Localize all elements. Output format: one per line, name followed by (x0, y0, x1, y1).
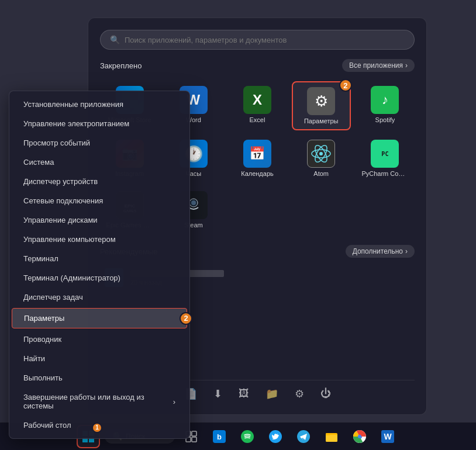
app-calendar[interactable]: 📅 Календарь (227, 135, 287, 182)
excel-label: Excel (250, 116, 265, 123)
bing-button[interactable]: b (208, 425, 231, 448)
svg-rect-19 (192, 431, 196, 436)
chrome-icon (353, 430, 366, 443)
explorer-icon (325, 430, 338, 443)
ctx-task-manager[interactable]: Диспетчер задач (12, 288, 187, 307)
spotify-taskbar-icon (241, 430, 254, 443)
gear-bottom-icon[interactable]: ⚙ (292, 385, 306, 403)
explorer-button[interactable] (320, 425, 343, 448)
search-icon: 🔍 (110, 35, 120, 44)
atom-label: Atom (313, 170, 329, 177)
svg-point-32 (358, 435, 361, 438)
app-excel[interactable]: X Excel (227, 81, 287, 130)
telegram-icon (297, 430, 310, 443)
pycharm-label: PyCharm Community... (361, 170, 408, 177)
folder-icon[interactable]: 📁 (263, 385, 281, 403)
word-taskbar-icon: W (381, 430, 394, 443)
app-pycharm[interactable]: PC PyCharm Community... (356, 135, 415, 182)
chrome-button[interactable] (348, 425, 371, 448)
calendar-label: Календарь (241, 170, 274, 177)
atom-icon (307, 140, 335, 168)
spotify-icon: ♪ (371, 86, 399, 114)
word-taskbar-button[interactable]: W (376, 425, 399, 448)
svg-rect-21 (192, 437, 196, 442)
ctx-shutdown[interactable]: Завершение работы или выход из системы › (12, 387, 187, 416)
download-icon[interactable]: ⬇ (211, 385, 225, 403)
search-bar[interactable]: 🔍 (100, 30, 415, 50)
all-apps-button[interactable]: Все приложения › (342, 59, 415, 72)
svg-point-24 (241, 430, 254, 443)
ctx-event-viewer[interactable]: Просмотр событий (12, 133, 187, 153)
pinned-section-header: Закреплено Все приложения › (100, 59, 415, 72)
svg-point-7 (319, 152, 323, 155)
power-icon[interactable]: ⏻ (318, 385, 333, 403)
ctx-disk-management[interactable]: Управление дисками (12, 210, 187, 230)
svg-rect-28 (326, 435, 337, 442)
bing-icon: b (213, 430, 226, 443)
ctx-explorer[interactable]: Проводник (12, 330, 187, 349)
svg-point-13 (191, 200, 196, 205)
ctx-settings[interactable]: Параметры 2 (12, 308, 187, 328)
ctx-system[interactable]: Система (12, 153, 187, 172)
excel-icon: X (243, 86, 271, 114)
settings-badge: 2 (339, 79, 352, 92)
calendar-icon: 📅 (243, 140, 271, 168)
twitter-icon (269, 430, 282, 443)
ctx-power-management[interactable]: Управление электропитанием (12, 114, 187, 133)
start-badge: 1 (92, 423, 102, 433)
more-button[interactable]: Дополнительно › (346, 245, 415, 258)
chevron-right-icon-rec: › (405, 247, 408, 255)
ctx-run[interactable]: Выполнить (12, 368, 187, 387)
svg-rect-29 (326, 433, 330, 435)
ctx-terminal[interactable]: Терминал (12, 249, 187, 268)
svg-text:b: b (217, 432, 222, 441)
app-atom[interactable]: Atom (292, 135, 351, 182)
app-settings[interactable]: ⚙ Параметры 2 (292, 81, 351, 130)
svg-text:W: W (384, 432, 392, 441)
ctx-arrow-icon: › (173, 397, 175, 406)
pycharm-icon: PC (371, 140, 399, 168)
pinned-title: Закреплено (100, 61, 142, 70)
ctx-device-manager[interactable]: Диспетчер устройств (12, 172, 187, 191)
telegram-button[interactable] (292, 425, 315, 448)
image-icon[interactable]: 🖼 (236, 385, 251, 403)
twitter-button[interactable] (264, 425, 287, 448)
context-settings-badge: 2 (180, 312, 192, 325)
app-spotify[interactable]: ♪ Spotify (356, 81, 415, 130)
spotify-label: Spotify (375, 116, 395, 123)
settings-label: Параметры (304, 117, 339, 124)
ctx-computer-management[interactable]: Управление компьютером (12, 230, 187, 249)
ctx-network[interactable]: Сетевые подключения (12, 191, 187, 210)
context-menu: Установленные приложения Управление элек… (9, 91, 190, 439)
ctx-find[interactable]: Найти (12, 349, 187, 368)
ctx-terminal-admin[interactable]: Терминал (Администратор) (12, 268, 187, 288)
settings-icon: ⚙ (307, 87, 335, 115)
spotify-taskbar-button[interactable] (236, 425, 259, 448)
chevron-right-icon: › (405, 61, 408, 70)
ctx-installed-apps[interactable]: Установленные приложения (12, 95, 187, 114)
search-input[interactable] (125, 36, 405, 44)
